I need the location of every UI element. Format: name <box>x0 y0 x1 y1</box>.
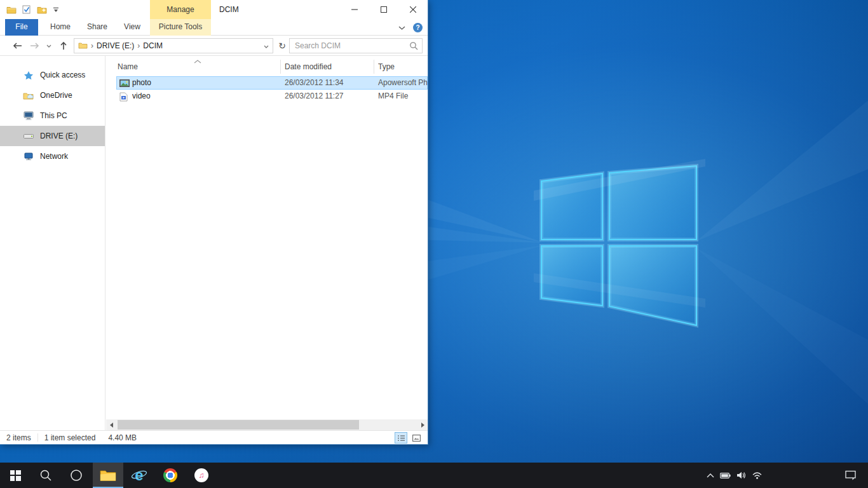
sidebar-item-quick-access[interactable]: Quick access <box>0 65 105 85</box>
taskbar-itunes-button[interactable]: ♫ <box>186 463 217 488</box>
sidebar-item-label: DRIVE (E:) <box>40 132 78 140</box>
itunes-icon: ♫ <box>194 468 208 482</box>
item-count: 2 items <box>0 433 37 442</box>
wifi-network-icon[interactable] <box>752 472 762 479</box>
file-row-video[interactable]: video 26/03/2012 11:27 MP4 File <box>116 90 428 103</box>
file-date-modified: 26/03/2012 11:34 <box>285 76 374 90</box>
network-icon <box>23 152 34 161</box>
action-center-icon <box>845 470 856 480</box>
folder-icon <box>78 41 88 51</box>
start-button[interactable] <box>0 463 31 488</box>
customize-qat-icon[interactable] <box>53 7 59 13</box>
sidebar-item-onedrive[interactable]: OneDrive <box>0 85 105 105</box>
breadcrumb-drive[interactable]: DRIVE (E:) <box>97 41 134 50</box>
manage-contextual-tab[interactable]: Manage <box>150 0 211 19</box>
forward-button[interactable] <box>28 36 42 56</box>
file-date-modified: 26/03/2012 11:27 <box>285 90 374 103</box>
tray-expand-icon[interactable] <box>707 473 714 478</box>
tab-file[interactable]: File <box>5 19 38 36</box>
refresh-icon[interactable]: ↻ <box>275 36 289 56</box>
cortana-button[interactable] <box>61 463 92 488</box>
internet-explorer-icon: e <box>131 467 147 484</box>
sidebar-item-label: OneDrive <box>40 91 72 100</box>
selection-size: 4.40 MB <box>102 433 143 442</box>
selection-count: 1 item selected <box>38 433 102 442</box>
window-title: DCIM <box>219 0 239 19</box>
onedrive-cloud-icon <box>23 92 34 100</box>
cortana-icon <box>70 469 83 482</box>
sidebar-item-drive-e[interactable]: DRIVE (E:) <box>0 126 105 146</box>
search-input[interactable] <box>290 39 409 52</box>
file-name: photo <box>132 76 281 90</box>
caption-buttons <box>340 0 428 19</box>
titlebar: Manage DCIM <box>0 0 428 19</box>
column-header-name[interactable]: Name <box>118 56 280 76</box>
file-row-photo[interactable]: photo 26/03/2012 11:34 Apowersoft Pho <box>116 76 428 90</box>
taskbar-chrome-button[interactable] <box>155 463 186 488</box>
scroll-right-icon[interactable] <box>417 419 428 430</box>
drive-icon <box>23 134 34 139</box>
battery-icon[interactable] <box>720 473 731 478</box>
tab-view[interactable]: View <box>118 19 146 36</box>
column-header-type[interactable]: Type <box>378 56 428 76</box>
help-icon[interactable]: ? <box>413 23 423 32</box>
chrome-icon <box>163 468 177 482</box>
column-headers: Name Date modified Type <box>106 56 428 76</box>
file-type: Apowersoft Pho <box>378 76 428 90</box>
file-list: Name Date modified Type photo 26/03/2012… <box>106 56 428 419</box>
back-button[interactable] <box>10 36 24 56</box>
search-icon[interactable] <box>409 41 418 50</box>
tab-home[interactable]: Home <box>46 19 75 36</box>
taskbar-file-explorer-button[interactable] <box>93 463 123 488</box>
minimize-button[interactable] <box>340 0 369 19</box>
close-button[interactable] <box>398 0 428 19</box>
breadcrumb-separator-icon[interactable]: › <box>137 41 140 50</box>
address-bar[interactable]: › DRIVE (E:) › DCIM <box>74 38 273 53</box>
quick-access-toolbar <box>6 0 59 19</box>
thumbnails-view-button[interactable] <box>410 432 423 444</box>
file-explorer-icon <box>100 469 116 482</box>
scroll-left-icon[interactable] <box>106 419 117 430</box>
breadcrumb-separator-icon[interactable]: › <box>91 41 93 50</box>
taskbar: e ♫ <box>0 463 868 488</box>
video-file-icon <box>119 92 128 102</box>
status-bar: 2 items 1 item selected 4.40 MB <box>0 430 428 444</box>
breadcrumb-dcim[interactable]: DCIM <box>143 41 163 50</box>
recent-locations-icon[interactable] <box>44 36 53 56</box>
column-header-date-modified[interactable]: Date modified <box>285 56 372 76</box>
expand-ribbon-icon[interactable] <box>398 23 405 32</box>
file-type: MP4 File <box>378 90 428 103</box>
scrollbar-thumb[interactable] <box>118 420 359 430</box>
computer-icon <box>23 111 34 120</box>
search-icon <box>39 469 52 482</box>
maximize-button[interactable] <box>369 0 398 19</box>
windows-start-icon <box>10 470 21 481</box>
column-divider[interactable] <box>280 60 281 74</box>
tab-picture-tools[interactable]: Picture Tools <box>150 19 211 36</box>
file-name: video <box>132 90 281 103</box>
photo-file-icon <box>119 78 130 88</box>
volume-icon[interactable] <box>736 471 747 479</box>
sidebar-item-this-pc[interactable]: This PC <box>0 105 105 126</box>
explorer-logo-icon[interactable] <box>6 6 17 14</box>
star-icon <box>23 71 34 80</box>
horizontal-scrollbar[interactable] <box>106 419 428 430</box>
address-dropdown-icon[interactable] <box>264 41 269 50</box>
up-button[interactable] <box>57 36 70 56</box>
sidebar-item-network[interactable]: Network <box>0 146 105 166</box>
ribbon-tab-row: File Home Share View Picture Tools ? <box>0 19 428 36</box>
sidebar-item-label: Network <box>40 152 68 161</box>
system-tray <box>707 463 762 488</box>
properties-icon[interactable] <box>22 5 31 14</box>
details-view-button[interactable] <box>395 432 407 444</box>
address-toolbar: › DRIVE (E:) › DCIM ↻ <box>0 36 428 56</box>
column-divider[interactable] <box>374 60 374 74</box>
navigation-pane: Quick access OneDrive This PC <box>0 56 105 430</box>
action-center-button[interactable] <box>841 463 859 488</box>
new-folder-icon[interactable] <box>37 6 47 14</box>
search-box <box>289 38 423 53</box>
explorer-window: Manage DCIM File Home Share View Picture… <box>0 0 428 445</box>
taskbar-internet-explorer-button[interactable]: e <box>124 463 154 488</box>
tab-share[interactable]: Share <box>81 19 113 36</box>
taskbar-search-button[interactable] <box>31 463 61 488</box>
